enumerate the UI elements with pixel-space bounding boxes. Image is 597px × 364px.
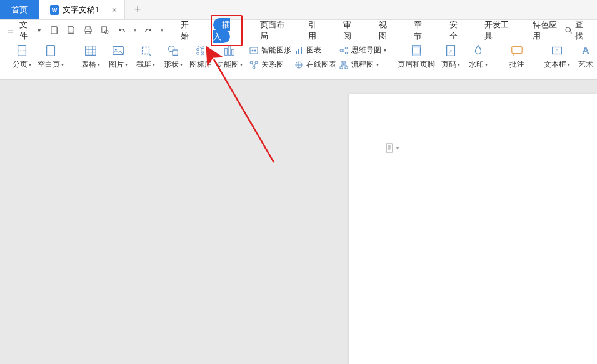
new-doc-icon[interactable] <box>49 26 59 35</box>
chart-icon <box>294 46 304 56</box>
page-number-icon: # <box>444 44 458 57</box>
header-footer-icon <box>409 44 423 57</box>
menu-tab-chapter[interactable]: 章节 <box>409 17 431 44</box>
svg-rect-46 <box>413 46 421 48</box>
svg-rect-5 <box>102 27 107 32</box>
file-menu[interactable]: 文件 <box>19 19 28 42</box>
search-label: 查找 <box>575 19 589 42</box>
svg-rect-27 <box>228 46 231 56</box>
qat-more-chevron[interactable]: ▾ <box>161 27 163 33</box>
table-button[interactable]: 表格▾ <box>79 44 103 70</box>
svg-rect-12 <box>86 46 96 56</box>
page-break-icon <box>15 44 29 57</box>
flow-chart-button[interactable]: 流程图▾ <box>339 59 386 70</box>
smart-art-icon <box>249 46 259 56</box>
screenshot-button[interactable]: 截屏▾ <box>134 44 158 70</box>
blank-page-button[interactable]: 空白页▾ <box>38 44 64 70</box>
redo-icon[interactable] <box>144 26 153 35</box>
tab-document-label: 文字文稿1 <box>63 4 99 16</box>
menu-left: ≡ 文件 ▾ ▾ ▾ <box>8 19 163 42</box>
menu-tab-review[interactable]: 审阅 <box>338 17 361 44</box>
svg-point-33 <box>255 61 258 64</box>
watermark-text: 系统之家 <box>538 343 593 358</box>
shapes-button[interactable]: 形状▾ <box>161 44 185 70</box>
picture-icon <box>111 44 125 57</box>
search-button[interactable]: 查找 <box>564 19 589 42</box>
svg-point-40 <box>346 47 348 49</box>
undo-icon[interactable] <box>117 26 126 35</box>
tab-close-icon[interactable]: × <box>111 4 117 15</box>
page-number-button[interactable]: # 页码▾ <box>439 44 463 70</box>
menu-tab-view[interactable]: 视图 <box>374 17 396 44</box>
svg-rect-2 <box>86 27 91 29</box>
tab-new[interactable]: + <box>125 0 150 19</box>
tab-home[interactable]: 首页 <box>0 0 39 19</box>
relation-icon <box>249 60 259 70</box>
relation-chart-button[interactable]: 关系图 <box>249 59 291 70</box>
svg-point-32 <box>250 61 253 64</box>
word-art-icon: A <box>579 44 593 57</box>
document-canvas[interactable]: ▾ <box>0 80 597 364</box>
cursor-margin-indicator <box>409 137 423 152</box>
word-art-button[interactable]: A 艺术 <box>574 44 597 70</box>
comment-button[interactable]: 批注 <box>505 44 529 70</box>
hamburger-icon[interactable]: ≡ <box>8 25 13 36</box>
menu-tab-reference[interactable]: 引用 <box>303 17 326 44</box>
online-chart-button[interactable]: 在线图表 <box>294 59 336 70</box>
print-icon[interactable] <box>83 26 93 35</box>
document-page[interactable]: ▾ <box>349 94 597 364</box>
quick-access-toolbar: ▾ ▾ <box>49 26 163 35</box>
function-chart-icon <box>223 44 236 57</box>
watermark-logo-icon <box>516 342 534 360</box>
watermark-icon <box>471 44 485 57</box>
function-chart-button[interactable]: 功能图▾ <box>216 44 243 70</box>
undo-chevron[interactable]: ▾ <box>134 27 136 33</box>
menu-tab-devtools[interactable]: 开发工具 <box>479 17 515 44</box>
chart-button[interactable]: 图表 <box>294 45 336 56</box>
icon-library-icon <box>194 44 208 57</box>
svg-point-34 <box>253 66 255 69</box>
watermark-button[interactable]: 水印▾ <box>466 44 490 70</box>
text-box-button[interactable]: A 文本框▾ <box>544 44 570 70</box>
svg-point-39 <box>340 49 343 52</box>
svg-rect-1 <box>69 31 73 33</box>
svg-rect-26 <box>225 48 228 55</box>
tab-document[interactable]: W 文字文稿1 × <box>39 0 125 19</box>
flow-chart-icon <box>339 60 349 70</box>
picture-button[interactable]: 图片▾ <box>106 44 130 70</box>
mind-map-button[interactable]: 思维导图▾ <box>339 45 386 56</box>
watermark-brand: 系统之家 <box>516 342 593 360</box>
page-break-button[interactable]: 分页▾ <box>10 44 34 70</box>
paragraph-options-icon[interactable]: ▾ <box>385 142 399 154</box>
menu-tab-start[interactable]: 开始 <box>176 17 198 44</box>
svg-rect-19 <box>143 47 149 54</box>
icon-library-button[interactable]: 图标库 <box>189 44 213 70</box>
svg-point-23 <box>197 48 199 51</box>
table-icon <box>84 44 98 57</box>
svg-rect-37 <box>301 47 302 54</box>
smart-art-button[interactable]: 智能图形 <box>249 45 291 56</box>
svg-rect-43 <box>340 67 343 69</box>
mind-map-icon <box>339 46 349 56</box>
svg-rect-11 <box>47 46 55 56</box>
svg-line-8 <box>570 32 571 33</box>
save-icon[interactable] <box>66 26 76 35</box>
menu-tab-page-layout[interactable]: 页面布局 <box>255 17 291 44</box>
menu-tab-insert[interactable]: 插入 <box>213 18 230 43</box>
shapes-icon <box>166 44 180 57</box>
print-preview-icon[interactable] <box>100 26 109 35</box>
menu-tab-featured[interactable]: 特色应用 <box>528 17 563 44</box>
svg-rect-28 <box>232 49 234 55</box>
menu-tab-security[interactable]: 安全 <box>444 17 467 44</box>
page-content-start: ▾ <box>385 142 399 154</box>
svg-point-25 <box>197 52 199 55</box>
svg-rect-0 <box>51 27 57 34</box>
svg-rect-29 <box>250 47 258 54</box>
plus-icon: + <box>134 3 141 16</box>
svg-rect-44 <box>345 67 348 69</box>
svg-rect-42 <box>342 61 346 63</box>
header-footer-button[interactable]: 页眉和页脚 <box>398 44 435 70</box>
svg-text:A: A <box>583 46 589 56</box>
svg-rect-47 <box>413 54 421 56</box>
svg-rect-24 <box>201 48 204 51</box>
